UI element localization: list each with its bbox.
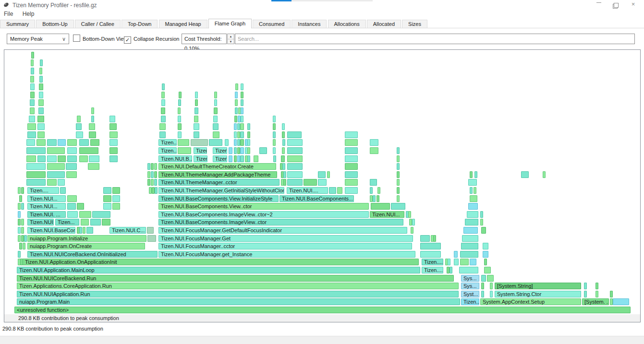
flame-block[interactable] bbox=[30, 107, 35, 114]
flame-block[interactable] bbox=[47, 147, 65, 154]
flame-block[interactable] bbox=[448, 259, 450, 265]
flame-block[interactable] bbox=[90, 219, 101, 225]
flame-block[interactable] bbox=[40, 59, 43, 66]
flame-block[interactable] bbox=[287, 147, 303, 154]
flame-block[interactable] bbox=[283, 179, 286, 186]
flame-block[interactable]: Tizen.NUI... bbox=[370, 211, 404, 218]
flame-block[interactable] bbox=[411, 227, 413, 234]
flame-block[interactable] bbox=[234, 116, 237, 122]
flame-block[interactable]: Tizen.NUI.... bbox=[287, 187, 328, 194]
flame-block[interactable] bbox=[109, 116, 115, 122]
flame-block[interactable] bbox=[282, 123, 285, 130]
flame-block[interactable] bbox=[161, 99, 165, 106]
flame-block[interactable] bbox=[318, 179, 327, 186]
flame-block[interactable]: Tizen.NUI.NUICoreBackend.Run bbox=[17, 275, 454, 282]
flame-block[interactable]: Tizen.NUI... bbox=[27, 195, 66, 202]
flame-block[interactable] bbox=[179, 92, 182, 98]
flame-block[interactable] bbox=[235, 99, 238, 106]
flame-block[interactable] bbox=[151, 171, 154, 178]
flame-block[interactable] bbox=[420, 251, 441, 258]
flame-block[interactable] bbox=[21, 219, 24, 225]
flame-block[interactable]: Tizen.... bbox=[213, 155, 227, 162]
bottom-down-view-checkbox[interactable]: Bottom-Down View bbox=[73, 34, 127, 44]
flame-block[interactable] bbox=[460, 251, 478, 258]
flame-block[interactable]: Tizen.NUI.FocusManager.GetDefaultFocusIn… bbox=[158, 227, 407, 234]
flame-block[interactable] bbox=[463, 227, 478, 234]
flame-block[interactable] bbox=[79, 227, 82, 234]
flame-block[interactable] bbox=[60, 187, 66, 194]
flame-block[interactable]: Tizen.NUI.ThemeManager.AddPackageTheme bbox=[158, 171, 277, 178]
flame-block[interactable]: Tizen.Applications.CoreApplication.Run bbox=[17, 283, 459, 289]
flame-block[interactable] bbox=[481, 291, 484, 297]
flame-block[interactable] bbox=[29, 116, 35, 122]
flame-block[interactable] bbox=[470, 259, 476, 265]
flame-block[interactable] bbox=[287, 171, 303, 178]
flame-block[interactable] bbox=[460, 259, 469, 265]
flame-block[interactable] bbox=[273, 131, 276, 138]
flame-block[interactable] bbox=[213, 131, 219, 138]
flame-block[interactable] bbox=[37, 116, 44, 122]
flame-block[interactable] bbox=[151, 179, 154, 186]
flame-block[interactable] bbox=[521, 171, 529, 178]
tab-top-down[interactable]: Top-Down bbox=[122, 20, 158, 28]
flame-block[interactable] bbox=[481, 275, 486, 282]
flame-block[interactable] bbox=[47, 155, 57, 162]
flame-block[interactable] bbox=[89, 155, 99, 162]
flame-block[interactable]: Tizen... bbox=[461, 298, 479, 305]
flame-block[interactable] bbox=[191, 139, 208, 146]
flame-block[interactable] bbox=[31, 68, 34, 74]
flame-block[interactable] bbox=[454, 259, 459, 265]
flame-block[interactable] bbox=[345, 187, 358, 194]
flame-block[interactable] bbox=[26, 171, 46, 178]
flame-block[interactable] bbox=[584, 291, 587, 297]
flame-block[interactable] bbox=[391, 203, 405, 210]
flame-block[interactable] bbox=[345, 131, 358, 138]
flame-block[interactable] bbox=[247, 147, 250, 154]
flame-block[interactable] bbox=[67, 155, 77, 162]
flame-block[interactable] bbox=[178, 99, 181, 106]
tab-allocated[interactable]: Allocated bbox=[367, 20, 401, 28]
flame-block[interactable] bbox=[161, 116, 166, 122]
flame-block[interactable]: [System.String] bbox=[495, 283, 581, 289]
flame-block[interactable]: Sys... bbox=[461, 275, 479, 282]
flame-block[interactable] bbox=[31, 59, 34, 66]
flame-block[interactable] bbox=[345, 163, 358, 170]
flame-block[interactable] bbox=[92, 211, 110, 218]
tab-consumed[interactable]: Consumed bbox=[253, 20, 291, 28]
flame-block[interactable] bbox=[487, 275, 494, 282]
flame-block[interactable] bbox=[79, 139, 89, 146]
flame-block[interactable] bbox=[214, 107, 218, 114]
flame-block[interactable] bbox=[47, 179, 57, 186]
flame-block[interactable] bbox=[67, 211, 78, 218]
flame-block[interactable] bbox=[67, 147, 77, 154]
flame-block[interactable] bbox=[287, 179, 303, 186]
flame-block[interactable] bbox=[240, 123, 244, 130]
flame-block[interactable] bbox=[247, 123, 250, 130]
flame-block[interactable] bbox=[67, 195, 77, 202]
flame-block[interactable] bbox=[21, 187, 24, 194]
flame-block[interactable] bbox=[194, 131, 199, 138]
flame-block[interactable] bbox=[77, 116, 81, 122]
flame-block[interactable] bbox=[214, 99, 217, 106]
flame-block[interactable] bbox=[91, 116, 94, 122]
flame-block[interactable]: Tizen.NUI.FocusManager.get_Instance bbox=[158, 251, 415, 258]
menu-help[interactable]: Help bbox=[19, 10, 38, 18]
flame-block[interactable] bbox=[377, 195, 379, 202]
flame-block[interactable]: System.String.Ctor bbox=[495, 291, 581, 297]
flame-block[interactable] bbox=[345, 171, 358, 178]
flame-block[interactable] bbox=[147, 235, 156, 242]
flame-block[interactable] bbox=[247, 155, 250, 162]
flame-block[interactable] bbox=[194, 107, 198, 114]
flame-block[interactable]: Tizen.NUI.BaseCompone... bbox=[27, 227, 75, 234]
flame-block[interactable] bbox=[214, 92, 217, 98]
flame-block[interactable] bbox=[241, 92, 243, 98]
flame-block[interactable] bbox=[420, 243, 441, 249]
flame-block[interactable] bbox=[109, 123, 117, 130]
flame-block[interactable] bbox=[162, 83, 165, 90]
flame-block[interactable] bbox=[467, 211, 478, 218]
flame-block[interactable] bbox=[613, 298, 629, 305]
flame-block[interactable]: <unresolved function> bbox=[14, 307, 631, 313]
tab-flame-graph[interactable]: Flame Graph bbox=[208, 19, 252, 28]
flame-block[interactable] bbox=[595, 291, 598, 297]
flame-block[interactable] bbox=[31, 52, 34, 59]
